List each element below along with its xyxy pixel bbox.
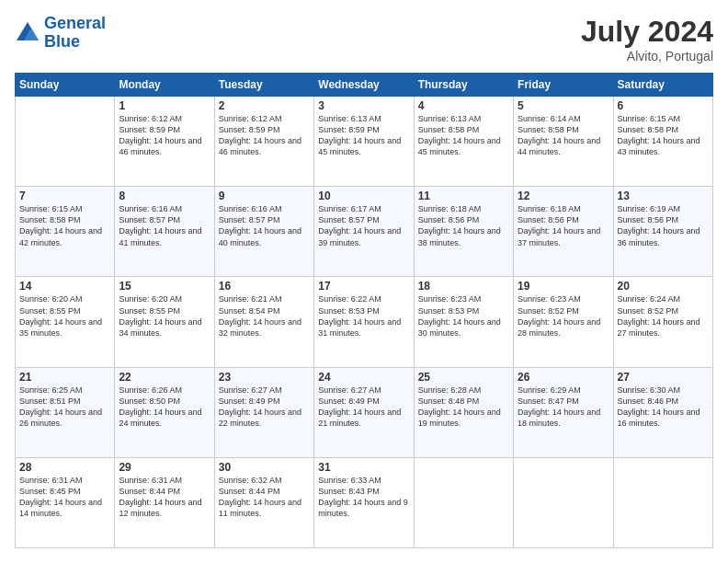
calendar-header-row: SundayMondayTuesdayWednesdayThursdayFrid… <box>16 74 713 97</box>
day-number: 31 <box>318 461 409 474</box>
calendar-cell: 21Sunrise: 6:25 AMSunset: 8:51 PMDayligh… <box>16 367 115 457</box>
day-number: 10 <box>318 190 409 202</box>
title-block: July 2024 Alvito, Portugal <box>581 15 713 63</box>
cell-info: Sunrise: 6:17 AMSunset: 8:57 PMDaylight:… <box>318 203 409 248</box>
cell-info: Sunrise: 6:12 AMSunset: 8:59 PMDaylight:… <box>119 113 210 158</box>
calendar-cell <box>16 97 115 187</box>
calendar-col-header: Wednesday <box>314 74 414 97</box>
calendar-cell: 31Sunrise: 6:33 AMSunset: 8:43 PMDayligh… <box>314 457 414 547</box>
cell-info: Sunrise: 6:20 AMSunset: 8:55 PMDaylight:… <box>19 293 110 339</box>
calendar-col-header: Thursday <box>414 74 513 97</box>
cell-info: Sunrise: 6:29 AMSunset: 8:47 PMDaylight:… <box>518 385 609 430</box>
calendar-table: SundayMondayTuesdayWednesdayThursdayFrid… <box>15 73 713 548</box>
calendar-cell: 11Sunrise: 6:18 AMSunset: 8:56 PMDayligh… <box>414 187 513 277</box>
cell-info: Sunrise: 6:33 AMSunset: 8:43 PMDaylight:… <box>318 475 409 520</box>
calendar-cell: 23Sunrise: 6:27 AMSunset: 8:49 PMDayligh… <box>214 367 313 457</box>
cell-info: Sunrise: 6:27 AMSunset: 8:49 PMDaylight:… <box>219 385 310 430</box>
day-number: 28 <box>19 461 110 474</box>
cell-info: Sunrise: 6:21 AMSunset: 8:54 PMDaylight:… <box>219 293 310 339</box>
cell-info: Sunrise: 6:25 AMSunset: 8:51 PMDaylight:… <box>19 385 110 430</box>
calendar-cell: 15Sunrise: 6:20 AMSunset: 8:55 PMDayligh… <box>115 277 214 367</box>
calendar-col-header: Saturday <box>613 74 712 97</box>
day-number: 25 <box>418 371 509 384</box>
logo-text: General Blue <box>44 15 106 52</box>
month-title: July 2024 <box>581 15 713 49</box>
calendar-cell: 17Sunrise: 6:22 AMSunset: 8:53 PMDayligh… <box>314 277 414 367</box>
calendar-cell: 28Sunrise: 6:31 AMSunset: 8:45 PMDayligh… <box>16 457 115 547</box>
calendar-cell <box>414 457 513 547</box>
calendar-week-row: 21Sunrise: 6:25 AMSunset: 8:51 PMDayligh… <box>16 367 713 457</box>
day-number: 7 <box>19 190 110 202</box>
calendar-week-row: 1Sunrise: 6:12 AMSunset: 8:59 PMDaylight… <box>16 97 713 187</box>
day-number: 4 <box>418 99 509 112</box>
day-number: 17 <box>318 280 409 293</box>
day-number: 29 <box>119 461 210 474</box>
calendar-cell: 14Sunrise: 6:20 AMSunset: 8:55 PMDayligh… <box>16 277 115 367</box>
cell-info: Sunrise: 6:23 AMSunset: 8:52 PMDaylight:… <box>518 293 609 339</box>
cell-info: Sunrise: 6:13 AMSunset: 8:59 PMDaylight:… <box>318 113 409 158</box>
day-number: 9 <box>219 190 310 202</box>
day-number: 16 <box>219 280 310 293</box>
cell-info: Sunrise: 6:23 AMSunset: 8:53 PMDaylight:… <box>418 293 509 339</box>
cell-info: Sunrise: 6:24 AMSunset: 8:52 PMDaylight:… <box>618 293 709 339</box>
logo: General Blue <box>15 15 106 52</box>
day-number: 19 <box>518 280 609 293</box>
cell-info: Sunrise: 6:19 AMSunset: 8:56 PMDaylight:… <box>618 203 709 248</box>
day-number: 23 <box>219 371 310 384</box>
cell-info: Sunrise: 6:31 AMSunset: 8:45 PMDaylight:… <box>19 475 110 520</box>
calendar-cell: 13Sunrise: 6:19 AMSunset: 8:56 PMDayligh… <box>613 187 712 277</box>
day-number: 30 <box>219 461 310 474</box>
header: General Blue July 2024 Alvito, Portugal <box>15 15 713 63</box>
calendar-cell: 3Sunrise: 6:13 AMSunset: 8:59 PMDaylight… <box>314 97 414 187</box>
calendar-cell: 29Sunrise: 6:31 AMSunset: 8:44 PMDayligh… <box>115 457 214 547</box>
day-number: 18 <box>418 280 509 293</box>
cell-info: Sunrise: 6:20 AMSunset: 8:55 PMDaylight:… <box>119 293 210 339</box>
day-number: 26 <box>518 371 609 384</box>
calendar-cell: 30Sunrise: 6:32 AMSunset: 8:44 PMDayligh… <box>214 457 313 547</box>
calendar-col-header: Tuesday <box>214 74 313 97</box>
day-number: 22 <box>119 371 210 384</box>
logo-icon <box>15 20 40 46</box>
cell-info: Sunrise: 6:32 AMSunset: 8:44 PMDaylight:… <box>219 475 310 520</box>
cell-info: Sunrise: 6:15 AMSunset: 8:58 PMDaylight:… <box>19 203 110 248</box>
cell-info: Sunrise: 6:30 AMSunset: 8:46 PMDaylight:… <box>618 385 709 430</box>
day-number: 3 <box>318 99 409 112</box>
calendar-cell: 5Sunrise: 6:14 AMSunset: 8:58 PMDaylight… <box>514 97 613 187</box>
day-number: 1 <box>119 99 210 112</box>
cell-info: Sunrise: 6:14 AMSunset: 8:58 PMDaylight:… <box>518 113 609 158</box>
day-number: 12 <box>518 190 609 202</box>
cell-info: Sunrise: 6:15 AMSunset: 8:58 PMDaylight:… <box>618 113 709 158</box>
calendar-col-header: Friday <box>514 74 613 97</box>
cell-info: Sunrise: 6:16 AMSunset: 8:57 PMDaylight:… <box>219 203 310 248</box>
calendar-cell: 20Sunrise: 6:24 AMSunset: 8:52 PMDayligh… <box>613 277 712 367</box>
cell-info: Sunrise: 6:18 AMSunset: 8:56 PMDaylight:… <box>518 203 609 248</box>
cell-info: Sunrise: 6:26 AMSunset: 8:50 PMDaylight:… <box>119 385 210 430</box>
cell-info: Sunrise: 6:18 AMSunset: 8:56 PMDaylight:… <box>418 203 509 248</box>
day-number: 14 <box>19 280 110 293</box>
day-number: 6 <box>618 99 709 112</box>
day-number: 11 <box>418 190 509 202</box>
calendar-cell: 16Sunrise: 6:21 AMSunset: 8:54 PMDayligh… <box>214 277 313 367</box>
calendar-col-header: Sunday <box>16 74 115 97</box>
calendar-cell: 2Sunrise: 6:12 AMSunset: 8:59 PMDaylight… <box>214 97 313 187</box>
cell-info: Sunrise: 6:12 AMSunset: 8:59 PMDaylight:… <box>219 113 310 158</box>
calendar-cell: 6Sunrise: 6:15 AMSunset: 8:58 PMDaylight… <box>613 97 712 187</box>
day-number: 24 <box>318 371 409 384</box>
calendar-cell: 19Sunrise: 6:23 AMSunset: 8:52 PMDayligh… <box>514 277 613 367</box>
day-number: 13 <box>618 190 709 202</box>
calendar-cell: 12Sunrise: 6:18 AMSunset: 8:56 PMDayligh… <box>514 187 613 277</box>
day-number: 20 <box>618 280 709 293</box>
cell-info: Sunrise: 6:16 AMSunset: 8:57 PMDaylight:… <box>119 203 210 248</box>
day-number: 27 <box>618 371 709 384</box>
calendar-cell: 8Sunrise: 6:16 AMSunset: 8:57 PMDaylight… <box>115 187 214 277</box>
calendar-cell: 24Sunrise: 6:27 AMSunset: 8:49 PMDayligh… <box>314 367 414 457</box>
cell-info: Sunrise: 6:28 AMSunset: 8:48 PMDaylight:… <box>418 385 509 430</box>
calendar-col-header: Monday <box>115 74 214 97</box>
day-number: 15 <box>119 280 210 293</box>
calendar-week-row: 7Sunrise: 6:15 AMSunset: 8:58 PMDaylight… <box>16 187 713 277</box>
page: General Blue July 2024 Alvito, Portugal … <box>0 0 728 563</box>
calendar-cell: 26Sunrise: 6:29 AMSunset: 8:47 PMDayligh… <box>514 367 613 457</box>
calendar-cell: 10Sunrise: 6:17 AMSunset: 8:57 PMDayligh… <box>314 187 414 277</box>
calendar-cell <box>613 457 712 547</box>
location: Alvito, Portugal <box>581 49 713 63</box>
